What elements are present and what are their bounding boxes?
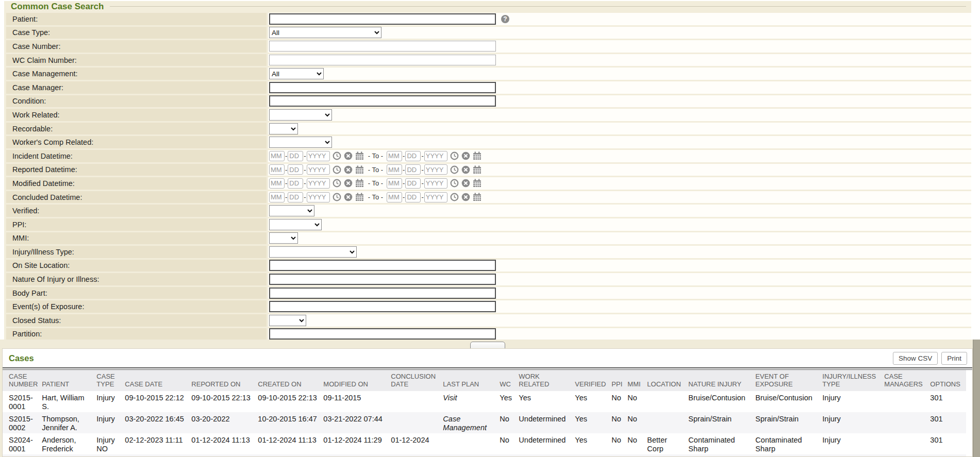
vertical-scrollbar[interactable] <box>973 340 980 457</box>
incident-datetime-from-calendar-icon[interactable] <box>355 151 364 160</box>
work-related-control-area <box>268 109 971 121</box>
incident-datetime-to-clear-icon[interactable] <box>461 151 470 160</box>
column-header: INJURY/ILLNESS TYPE <box>822 370 884 391</box>
reported-datetime-to-day-input[interactable] <box>405 164 421 175</box>
modified-datetime-to-clear-icon[interactable] <box>461 179 470 188</box>
concluded-datetime-from-clear-icon[interactable] <box>344 193 353 201</box>
concluded-datetime-from-year-input[interactable] <box>307 192 330 202</box>
table-cell[interactable]: 301 <box>930 412 966 433</box>
patient-input[interactable] <box>269 13 496 25</box>
injury-illness-type-select[interactable] <box>269 246 357 258</box>
concluded-datetime-to-clock-icon[interactable] <box>450 193 459 201</box>
concluded-datetime-to-clear-icon[interactable] <box>461 193 470 201</box>
workers-comp-related-select[interactable] <box>269 137 332 148</box>
cases-tbody: S2015-0001Hart, William S.Injury09-10-20… <box>3 391 966 457</box>
verified-select[interactable] <box>269 205 314 216</box>
verified-label: Verified: <box>6 205 268 217</box>
concluded-datetime-from-month-input[interactable] <box>269 192 285 202</box>
incident-datetime-to-clock-icon[interactable] <box>450 151 459 160</box>
date-separator: - <box>304 152 306 160</box>
reported-datetime-from-day-input[interactable] <box>288 164 303 175</box>
condition-input[interactable] <box>269 95 496 107</box>
partition-input[interactable] <box>269 328 496 340</box>
work-related-select[interactable] <box>269 109 332 121</box>
case-number-input[interactable] <box>269 41 496 52</box>
reported-datetime-to-calendar-icon[interactable] <box>473 165 481 174</box>
search-panel-title: Common Case Search <box>11 2 104 12</box>
table-cell: Case Management <box>443 412 500 433</box>
incident-datetime-from-day-input[interactable] <box>288 151 303 161</box>
table-cell: No <box>500 412 519 433</box>
table-cell[interactable]: 301 <box>930 433 966 454</box>
ppi-select[interactable] <box>269 219 322 230</box>
concluded-datetime-from-clock-icon[interactable] <box>333 193 341 201</box>
concluded-datetime-to-month-input[interactable] <box>387 192 402 202</box>
help-icon[interactable]: ? <box>501 15 509 23</box>
concluded-datetime-from-calendar-icon[interactable] <box>355 193 364 201</box>
reported-datetime-from-clear-icon[interactable] <box>344 165 353 174</box>
reported-datetime-from-clock-icon[interactable] <box>333 165 341 174</box>
modified-datetime-from-clock-icon[interactable] <box>333 179 341 188</box>
modified-datetime-to-calendar-icon[interactable] <box>473 179 481 188</box>
table-cell[interactable]: 301 <box>930 391 966 412</box>
date-separator: - <box>421 179 423 187</box>
table-cell <box>443 433 500 454</box>
date-separator: - <box>421 152 423 160</box>
form-row-body-part: Body Part: <box>6 287 971 299</box>
date-separator: - <box>421 166 423 174</box>
events-of-exposure-input[interactable] <box>269 301 496 312</box>
on-site-location-input[interactable] <box>269 260 496 271</box>
case-management-select[interactable]: All <box>269 68 324 79</box>
modified-datetime-from-clear-icon[interactable] <box>344 179 353 188</box>
concluded-datetime-label: Concluded Datetime: <box>6 191 268 204</box>
concluded-datetime-to-calendar-icon[interactable] <box>473 193 481 201</box>
form-row-verified: Verified: <box>6 205 971 217</box>
body-part-input[interactable] <box>269 287 496 299</box>
concluded-datetime-to-day-input[interactable] <box>405 192 421 202</box>
nature-of-injury-input[interactable] <box>269 274 496 285</box>
modified-datetime-from-day-input[interactable] <box>288 178 303 189</box>
concluded-datetime-from-day-input[interactable] <box>288 192 303 202</box>
incident-datetime-to-calendar-icon[interactable] <box>473 151 481 160</box>
reported-datetime-from-calendar-icon[interactable] <box>355 165 364 174</box>
show-csv-button[interactable]: Show CSV <box>893 352 938 365</box>
injury-illness-type-label: Injury/Illness Type: <box>6 246 268 258</box>
table-cell: No <box>627 391 647 412</box>
print-button[interactable]: Print <box>941 352 967 365</box>
table-cell: Injury <box>822 433 884 454</box>
incident-datetime-from-month-input[interactable] <box>269 151 285 161</box>
form-row-wc-claim-number: WC Claim Number: <box>6 54 971 66</box>
incident-datetime-from-clock-icon[interactable] <box>333 151 341 160</box>
incident-datetime-to-month-input[interactable] <box>387 151 402 161</box>
case-type-label: Case Type: <box>6 27 268 39</box>
modified-datetime-from-month-input[interactable] <box>269 178 285 189</box>
modified-datetime-label: Modified Datetime: <box>6 177 268 190</box>
reported-datetime-to-clear-icon[interactable] <box>461 165 470 174</box>
case-type-select[interactable]: All <box>269 27 381 38</box>
incident-datetime-to-day-input[interactable] <box>405 151 421 161</box>
modified-datetime-to-month-input[interactable] <box>387 178 402 189</box>
modified-datetime-to-day-input[interactable] <box>405 178 421 189</box>
modified-datetime-from-calendar-icon[interactable] <box>355 179 364 188</box>
modified-datetime-to-year-input[interactable] <box>424 178 447 189</box>
modified-datetime-from-year-input[interactable] <box>307 178 330 189</box>
injury-illness-type-control-area <box>268 246 971 258</box>
incident-datetime-from-clear-icon[interactable] <box>344 151 353 160</box>
reported-datetime-to-year-input[interactable] <box>424 164 447 175</box>
search-form: Patient:?Case Type:AllCase Number:WC Cla… <box>6 13 971 340</box>
reported-datetime-to-clock-icon[interactable] <box>450 165 459 174</box>
incident-datetime-from-year-input[interactable] <box>307 151 330 161</box>
case-manager-input[interactable] <box>269 82 496 93</box>
concluded-datetime-to-year-input[interactable] <box>424 192 447 202</box>
recordable-select[interactable] <box>269 123 298 134</box>
mmi-select[interactable] <box>269 232 298 244</box>
modified-datetime-to-clock-icon[interactable] <box>450 179 459 188</box>
wc-claim-number-input[interactable] <box>269 55 496 65</box>
body-part-control-area <box>268 287 971 299</box>
reported-datetime-to-month-input[interactable] <box>387 164 402 175</box>
incident-datetime-to-year-input[interactable] <box>424 151 447 161</box>
closed-status-select[interactable] <box>269 315 306 326</box>
reported-datetime-from-month-input[interactable] <box>269 164 285 175</box>
reported-datetime-from-year-input[interactable] <box>307 164 330 175</box>
column-header: PPI <box>611 370 627 391</box>
